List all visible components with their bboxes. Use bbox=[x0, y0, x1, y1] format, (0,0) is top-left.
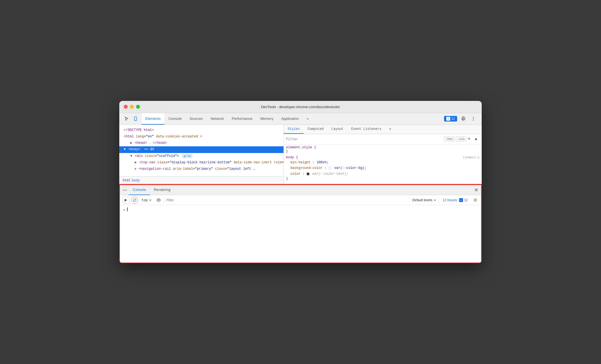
issues-count: 12 bbox=[451, 117, 455, 121]
tab-rendering[interactable]: Rendering bbox=[150, 185, 175, 195]
styles-filter-bar: :hov .cls + ◀ bbox=[284, 134, 482, 144]
top-selector[interactable]: top bbox=[140, 198, 153, 203]
top-label: top bbox=[142, 198, 148, 202]
issues-badge[interactable]: ! 12 bbox=[444, 116, 457, 122]
html-open-tag: <html bbox=[124, 135, 136, 139]
svg-text:!: ! bbox=[448, 117, 449, 120]
dom-line-div-scaffold[interactable]: ▼ <div class="scaffold"> grid bbox=[119, 153, 283, 159]
cls-button[interactable]: .cls bbox=[456, 137, 466, 142]
close-button[interactable] bbox=[124, 105, 128, 109]
svg-point-7 bbox=[123, 190, 124, 190]
traffic-lights bbox=[124, 105, 140, 109]
dom-content[interactable]: <!DOCTYPE html> <html lang="en" data-coo… bbox=[119, 125, 283, 176]
tab-more[interactable]: » bbox=[303, 113, 312, 125]
tab-memory[interactable]: Memory bbox=[256, 113, 277, 125]
bottom-panel-wrapper: Console Rendering ✕ bbox=[119, 184, 482, 263]
svg-marker-10 bbox=[125, 199, 127, 202]
console-close-button[interactable]: ✕ bbox=[472, 186, 480, 194]
console-settings-icon[interactable] bbox=[472, 196, 479, 204]
min-height-line: min-height : 100vh; bbox=[286, 160, 479, 165]
default-levels-label: Default levels bbox=[412, 198, 432, 202]
body-expand[interactable]: ▼ bbox=[124, 147, 126, 151]
element-style-rule: element.style { } bbox=[286, 145, 479, 153]
devtools-actions: ! 12 bbox=[444, 115, 481, 123]
more-icon[interactable] bbox=[469, 115, 477, 123]
grid-badge[interactable]: grid bbox=[182, 154, 192, 158]
filter-actions: :hov .cls + ◀ bbox=[444, 135, 479, 143]
devtools-main: <!DOCTYPE html> <html lang="en" data-coo… bbox=[119, 125, 482, 184]
styles-tabs: Styles Computed Layout Event Listeners » bbox=[284, 125, 482, 134]
minimize-button[interactable] bbox=[130, 105, 134, 109]
tab-layout[interactable]: Layout bbox=[328, 125, 347, 134]
console-prompt: > bbox=[123, 207, 125, 212]
settings-icon[interactable] bbox=[459, 115, 467, 123]
svg-text:!: ! bbox=[461, 199, 461, 202]
tab-computed[interactable]: Computed bbox=[304, 125, 328, 134]
block-icon[interactable] bbox=[131, 196, 138, 204]
levels-dropdown-arrow bbox=[433, 199, 436, 202]
dom-line-navpanel[interactable]: ▶ <navigation-rail aria-label="primary" … bbox=[119, 166, 283, 172]
lang-attr: lang bbox=[136, 135, 144, 139]
issues-count-btn[interactable]: 12 Issues: ! 12 bbox=[440, 197, 470, 203]
dom-panel: <!DOCTYPE html> <html lang="en" data-coo… bbox=[119, 125, 284, 184]
dom-line-topnav[interactable]: ▶ <top-nav class="display-block hairline… bbox=[119, 159, 283, 166]
bg-color-swatch[interactable] bbox=[329, 167, 331, 169]
styles-filter-input[interactable] bbox=[286, 137, 442, 141]
mobile-icon[interactable] bbox=[132, 115, 139, 123]
tab-application[interactable]: Application bbox=[277, 113, 303, 125]
element-style-selector: element.style { bbox=[286, 145, 316, 149]
dom-line-html[interactable]: <html lang="en" data-cookies-accepted > bbox=[119, 134, 283, 140]
tab-elements[interactable]: Elements bbox=[142, 113, 164, 125]
console-menu-icon[interactable] bbox=[121, 186, 129, 194]
default-levels-dropdown[interactable]: Default levels bbox=[410, 197, 439, 203]
hov-button[interactable]: :hov bbox=[444, 137, 454, 142]
head-expand[interactable]: ▶ bbox=[130, 141, 132, 145]
devtools-tab-bar: Elements Console Sources Network Perform… bbox=[119, 113, 482, 125]
breadcrumb-html[interactable]: html bbox=[123, 178, 131, 182]
bottom-panel: Console Rendering ✕ bbox=[120, 185, 481, 263]
add-style-button[interactable]: + bbox=[467, 137, 471, 142]
styles-panel: Styles Computed Layout Event Listeners »… bbox=[284, 125, 482, 184]
toggle-panel-icon[interactable]: ◀ bbox=[472, 135, 479, 143]
console-cursor bbox=[127, 207, 128, 211]
tab-styles[interactable]: Styles bbox=[284, 125, 304, 134]
console-content[interactable]: > bbox=[120, 205, 481, 263]
maximize-button[interactable] bbox=[136, 105, 140, 109]
devtools-window: DevTools - developer.chrome.com/docs/dev… bbox=[119, 101, 482, 263]
lang-value: en bbox=[148, 135, 152, 139]
tab-event-listeners[interactable]: Event Listeners bbox=[347, 125, 385, 134]
topnav-expand[interactable]: ▶ bbox=[135, 161, 137, 164]
background-color-line: background-color : var(--color-bg); bbox=[286, 165, 479, 171]
tab-console-bottom[interactable]: Console bbox=[129, 185, 150, 195]
body-source: (index):1 bbox=[463, 156, 479, 159]
execute-button[interactable] bbox=[122, 196, 129, 204]
div-expand[interactable]: ▼ bbox=[130, 154, 132, 158]
devtools-icons bbox=[120, 115, 142, 123]
data-attr: data-cookies-accepted bbox=[156, 135, 198, 139]
svg-point-8 bbox=[125, 190, 125, 190]
breadcrumb-body[interactable]: body bbox=[132, 178, 140, 182]
eye-icon[interactable] bbox=[155, 196, 162, 204]
dom-line-doctype[interactable]: <!DOCTYPE html> bbox=[119, 127, 283, 134]
dom-line-body[interactable]: ▼ <body> == $0 bbox=[119, 146, 283, 153]
svg-point-17 bbox=[475, 199, 476, 201]
console-tab-bar: Console Rendering ✕ bbox=[120, 185, 481, 195]
dom-breadcrumb: html body bbox=[119, 176, 283, 184]
dom-line-head[interactable]: ▶ <head> … </head> bbox=[119, 140, 283, 146]
tab-network[interactable]: Network bbox=[207, 113, 228, 125]
styles-content[interactable]: element.style { } body { (index):1 min-h… bbox=[284, 144, 482, 184]
svg-point-6 bbox=[473, 120, 474, 121]
tab-styles-more[interactable]: » bbox=[385, 125, 395, 134]
color-line: color : var(--color-text); bbox=[286, 171, 479, 177]
window-title: DevTools - developer.chrome.com/docs/dev… bbox=[261, 105, 340, 109]
svg-point-4 bbox=[473, 117, 474, 118]
tab-performance[interactable]: Performance bbox=[228, 113, 256, 125]
console-toolbar: top Default levels bbox=[120, 195, 481, 205]
issues-label: 12 Issues: bbox=[443, 198, 458, 202]
tab-console[interactable]: Console bbox=[164, 113, 186, 125]
console-filter-input[interactable] bbox=[164, 197, 408, 203]
svg-line-13 bbox=[134, 199, 136, 201]
tab-sources[interactable]: Sources bbox=[186, 113, 207, 125]
cursor-icon[interactable] bbox=[123, 115, 130, 123]
color-swatch[interactable] bbox=[307, 173, 309, 175]
